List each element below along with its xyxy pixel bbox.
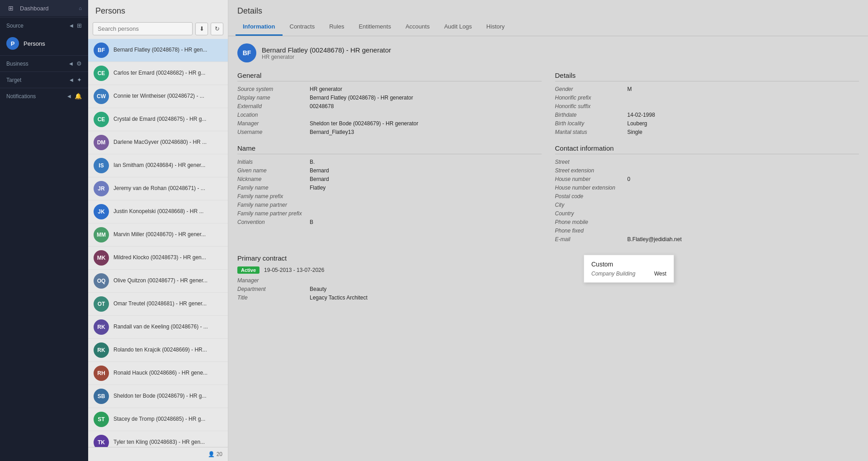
info-value: Louberg: [627, 120, 647, 127]
tab-information[interactable]: Information: [236, 19, 283, 36]
info-label: House number extension: [555, 185, 627, 191]
person-name: Omar Treutel (00248681) - HR gener...: [113, 300, 207, 308]
contract-title: Primary contract: [237, 254, 859, 262]
person-name: Tyler ten Kling (00248683) - HR gen...: [113, 439, 205, 446]
left-column: General Source system HR generator Displ…: [237, 71, 542, 252]
tab-entitlements[interactable]: Entitlements: [351, 19, 398, 36]
person-item[interactable]: RK Rolando ten Krajcik (00248669) - HR..…: [88, 339, 228, 362]
person-item[interactable]: ST Stacey de Tromp (00248685) - HR g...: [88, 408, 228, 431]
info-label: Birth locality: [555, 120, 627, 127]
info-row: Gender M: [555, 86, 859, 92]
contact-title: Contact information: [555, 144, 859, 154]
person-item[interactable]: DM Darlene MacGyver (00248680) - HR ...: [88, 131, 228, 154]
info-row: House number 0: [555, 176, 859, 182]
info-label: Given name: [237, 167, 310, 174]
sidebar-label-dashboard: Dashboard: [20, 5, 74, 12]
tab-audit-logs[interactable]: Audit Logs: [437, 19, 479, 36]
person-item[interactable]: RH Ronald Hauck (00248686) - HR gene...: [88, 362, 228, 385]
info-row: Nickname Bernard: [237, 176, 542, 182]
person-item[interactable]: BF Bernard Flatley (00248678) - HR gen..…: [88, 39, 228, 62]
avatar: DM: [94, 135, 109, 150]
person-item[interactable]: CE Crystal de Emard (00248675) - HR g...: [88, 108, 228, 131]
person-header-info: Bernard Flatley (00248678) - HR generato…: [262, 46, 391, 60]
tab-accounts[interactable]: Accounts: [398, 19, 437, 36]
person-item[interactable]: OT Omar Treutel (00248681) - HR gener...: [88, 293, 228, 316]
info-row: Birthdate 14-02-1998: [555, 112, 859, 118]
info-label: Location: [237, 112, 310, 118]
details-tabs: InformationContractsRulesEntitlementsAcc…: [228, 19, 868, 36]
info-value: Flatley: [310, 185, 326, 191]
search-bar: ⬇ ↻: [88, 20, 228, 39]
info-label: Postal code: [555, 193, 627, 200]
person-item[interactable]: JK Justin Konopelski (00248668) - HR ...: [88, 200, 228, 223]
person-name: Ian Smitham (00248684) - HR gener...: [113, 162, 205, 169]
refresh-button[interactable]: ↻: [211, 23, 223, 35]
notifications-arrow-icon: ◀: [67, 94, 71, 99]
info-label: Convention: [237, 219, 310, 225]
notifications-bell-icon: 🔔: [75, 93, 82, 100]
custom-popup-row: Company Building West: [591, 271, 666, 277]
sidebar-item-persons[interactable]: P Persons: [0, 33, 88, 54]
details-content: BF Bernard Flatley (00248678) - HR gener…: [228, 36, 868, 461]
persons-list: BF Bernard Flatley (00248678) - HR gen..…: [88, 39, 228, 447]
info-label: ExternalId: [237, 103, 310, 109]
person-item[interactable]: IS Ian Smitham (00248684) - HR gener...: [88, 154, 228, 177]
info-row: Family name partner prefix: [237, 210, 542, 217]
person-item[interactable]: CE Carlos ter Emard (00248682) - HR g...: [88, 62, 228, 85]
info-row: Source system HR generator: [237, 86, 542, 92]
person-item[interactable]: SB Sheldon ter Bode (00248679) - HR g...: [88, 385, 228, 408]
info-value: Bernard_Flatley13: [310, 129, 354, 135]
main-area: Persons ⬇ ↻ BF Bernard Flatley (00248678…: [88, 0, 868, 461]
info-value: 14-02-1998: [627, 112, 655, 118]
info-label: Manager: [237, 120, 310, 127]
info-label: E-mail: [555, 236, 627, 242]
contact-section: Contact information Street Street extens…: [555, 144, 859, 242]
person-item[interactable]: TK Tyler ten Kling (00248683) - HR gen..…: [88, 431, 228, 447]
info-row: Family name prefix: [237, 193, 542, 200]
info-row: Initials B.: [237, 159, 542, 165]
download-button[interactable]: ⬇: [195, 23, 208, 35]
person-item[interactable]: CW Connie ter Wintheiser (00248672) - ..…: [88, 85, 228, 108]
info-row: Convention B: [237, 219, 542, 225]
avatar: JR: [94, 181, 109, 196]
tab-contracts[interactable]: Contracts: [283, 19, 322, 36]
dashboard-nav-icon: ⌂: [79, 5, 82, 11]
person-display-name: Bernard Flatley (00248678) - HR generato…: [262, 46, 391, 54]
person-item[interactable]: OQ Olive Quitzon (00248677) - HR gener..…: [88, 270, 228, 293]
info-label: Nickname: [237, 176, 310, 182]
sidebar-item-dashboard[interactable]: ⊞ Dashboard ⌂: [0, 0, 88, 16]
info-value: Single: [627, 129, 642, 135]
avatar: RK: [94, 319, 109, 335]
person-name: Crystal de Emard (00248675) - HR g...: [113, 116, 206, 123]
info-label: City: [555, 202, 627, 208]
person-item[interactable]: RK Randall van de Keeling (00248676) - .…: [88, 316, 228, 339]
info-row: Manager: [237, 277, 859, 284]
person-item[interactable]: MM Marvin Miller (00248670) - HR gener..…: [88, 223, 228, 247]
info-label: Username: [237, 129, 310, 135]
info-label: Family name partner prefix: [237, 210, 310, 217]
tab-history[interactable]: History: [479, 19, 512, 36]
person-name: Justin Konopelski (00248668) - HR ...: [113, 208, 203, 215]
info-row: Manager Sheldon ter Bode (00248679) - HR…: [237, 120, 542, 127]
persons-footer: 👤 20: [88, 447, 228, 461]
person-item[interactable]: MK Mildred Klocko (00248673) - HR gen...: [88, 247, 228, 270]
info-label: Marital status: [555, 129, 627, 135]
sidebar-section-business: Business ◀ ⚙: [0, 57, 88, 71]
tab-rules[interactable]: Rules: [322, 19, 351, 36]
search-input[interactable]: [93, 22, 193, 35]
info-value: B.Flatley@jedidiah.net: [627, 236, 682, 242]
info-label: Street extension: [555, 167, 627, 174]
info-label: Gender: [555, 86, 627, 92]
business-gear-icon: ⚙: [76, 60, 82, 67]
custom-popup-label: Company Building: [591, 271, 635, 277]
dashboard-icon: ⊞: [6, 5, 15, 12]
info-value: 00248678: [310, 103, 334, 109]
details-section-title: Details: [555, 71, 859, 81]
avatar: IS: [94, 158, 109, 173]
person-item[interactable]: JR Jeremy van de Rohan (00248671) - ...: [88, 177, 228, 200]
info-value: B: [310, 219, 313, 225]
info-value: 0: [627, 176, 631, 182]
target-label: Target: [6, 77, 66, 83]
info-row: Honorific prefix: [555, 95, 859, 101]
info-row: House number extension: [555, 185, 859, 191]
